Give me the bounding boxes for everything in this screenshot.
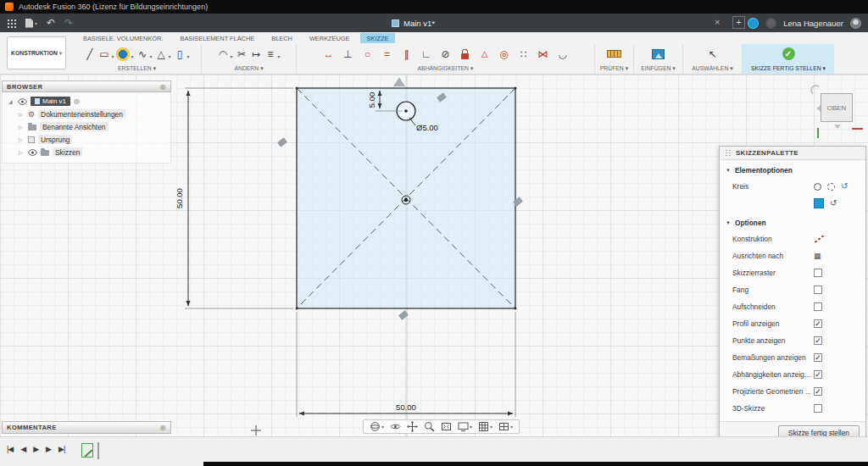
document-tab[interactable]: Main v1* <box>383 14 443 32</box>
construction-line-icon[interactable] <box>815 235 824 243</box>
chevron-down-icon[interactable]: ▾ <box>169 53 171 59</box>
eye-icon[interactable] <box>18 98 27 105</box>
look-at-icon[interactable]: ▦ <box>814 252 821 260</box>
close-tab-button[interactable]: × <box>715 17 720 28</box>
extend-tool[interactable]: ↦ <box>250 47 263 62</box>
einfuegen-menu[interactable]: EINFÜGEN ▾ <box>638 64 678 73</box>
chevron-down-icon[interactable]: ▾ <box>230 53 232 59</box>
midpoint-constraint[interactable]: △ <box>478 47 491 62</box>
chevron-down-icon[interactable]: ▾ <box>278 53 281 59</box>
notifications-icon[interactable] <box>765 18 776 29</box>
file-menu[interactable]: ▾ <box>25 19 37 28</box>
polygon-tool[interactable]: △ <box>155 47 168 62</box>
spline-tool[interactable]: ∿ <box>136 47 148 62</box>
chevron-down-icon[interactable]: ▾ <box>490 424 492 430</box>
fillet-tool[interactable]: ◠ <box>216 47 229 62</box>
pan-tool[interactable] <box>407 421 418 432</box>
user-name[interactable]: Lena Hagenauer <box>783 19 843 28</box>
perpendicular-constraint[interactable]: ∟ <box>420 47 432 62</box>
coincident-constraint[interactable]: ○ <box>361 47 374 62</box>
chevron-down-icon[interactable]: ▾ <box>149 53 152 59</box>
play-button[interactable]: ▶ <box>33 445 38 453</box>
viewports[interactable]: ▾ <box>498 421 513 432</box>
fang-checkbox[interactable] <box>814 286 822 294</box>
insert-image-tool[interactable] <box>652 47 665 62</box>
collinear-constraint[interactable]: ∷ <box>517 47 530 62</box>
avatar[interactable] <box>850 18 861 29</box>
dim-diameter[interactable]: Ø5.00 <box>416 123 438 132</box>
dim-offset[interactable]: 5.00 <box>367 92 376 108</box>
look-at-tool[interactable] <box>390 421 401 432</box>
measure-tool[interactable] <box>607 47 621 62</box>
chevron-down-icon[interactable]: ▾ <box>187 53 190 59</box>
section-optionen[interactable]: ▼ Optionen <box>720 215 865 230</box>
tangent-constraint[interactable]: ⊘ <box>439 47 452 62</box>
palette-header[interactable]: SKIZZENPALETTE <box>720 147 865 160</box>
finish-sketch-tool[interactable]: ✓ <box>782 47 795 62</box>
bemassungen-anzeigen-checkbox[interactable]: ✓ <box>814 353 822 362</box>
comments-panel[interactable]: KOMMENTARE ◎ <box>2 421 171 434</box>
color-swatch[interactable] <box>814 198 824 208</box>
expander-closed-icon[interactable]: ▷ <box>19 136 25 142</box>
circle-center-mode-icon[interactable] <box>814 183 821 191</box>
collapse-icon[interactable]: ▼ <box>726 220 731 225</box>
projizierte-geometrien-checkbox[interactable]: ✓ <box>814 387 822 396</box>
offset-tool[interactable]: ≡ <box>264 47 277 62</box>
chevron-down-icon[interactable]: ▾ <box>470 424 472 430</box>
redo-button[interactable]: ↷ <box>64 14 73 32</box>
comments-icon[interactable]: ◎ <box>160 424 166 431</box>
tab-blech[interactable]: BLECH <box>264 33 299 43</box>
visibility-box-icon[interactable] <box>28 136 35 143</box>
view-cube[interactable]: OBEN <box>812 86 861 136</box>
viewcube-arrow-down-icon[interactable] <box>834 125 841 132</box>
dim-height[interactable]: 50.00 <box>175 188 184 208</box>
concentric-constraint[interactable]: ◎ <box>498 47 510 62</box>
finish-sketch-menu[interactable]: SKIZZE FERTIG STELLEN ▾ <box>751 64 826 73</box>
abhaengigkeiten-anzeigen-checkbox[interactable]: ✓ <box>814 370 822 379</box>
timeline-sketch-feature[interactable] <box>81 443 93 458</box>
chevron-down-icon[interactable]: ▾ <box>381 424 384 430</box>
tab-werkzeuge[interactable]: WERKZEUGE <box>303 33 357 43</box>
undo-button[interactable]: ↶ <box>47 14 55 32</box>
expander-closed-icon[interactable]: ▷ <box>19 149 25 155</box>
rectangle-tool[interactable]: ▭ <box>97 47 110 62</box>
grid-and-snaps[interactable]: ▾ <box>478 421 492 432</box>
timeline-scrubber[interactable] <box>97 442 99 459</box>
chevron-down-icon[interactable]: ▾ <box>510 424 513 430</box>
tab-basiselement-volumenkoerper[interactable]: BASISELE. VOLUMENKÖR. <box>76 33 170 43</box>
activate-component-icon[interactable]: ◎ <box>74 97 80 105</box>
new-tab-button[interactable]: + <box>732 16 745 29</box>
equal-constraint[interactable]: = <box>381 47 393 62</box>
auswaehlen-menu[interactable]: AUSWÄHLEN ▾ <box>687 64 737 73</box>
skip-start-button[interactable]: |◀ <box>7 445 13 453</box>
viewport-canvas[interactable]: 50.00 50.00 5.00 Ø5.00 BROWSER <box>0 75 868 436</box>
step-forward-button[interactable]: ▶ <box>46 445 51 453</box>
abhaengigkeiten-menu[interactable]: ABHÄNGIGKEITEN ▾ <box>301 64 590 73</box>
drag-handle-icon[interactable] <box>725 149 732 157</box>
tab-basiselement-flaeche[interactable]: BASISELEMENT FLÄCHE <box>173 33 261 43</box>
tree-item-ursprung[interactable]: ▷ Ursprung <box>3 133 170 146</box>
viewcube-face-oben[interactable]: OBEN <box>821 93 853 122</box>
dim-width[interactable]: 50.00 <box>396 402 416 412</box>
dimension-tool[interactable]: ↔ <box>322 47 335 62</box>
erstellen-menu[interactable]: ERSTELLEN ▾ <box>77 64 197 73</box>
viewcube-arrow-left-icon[interactable] <box>813 105 821 112</box>
slot-tool[interactable]: ▯ <box>174 47 186 62</box>
profil-anzeigen-checkbox[interactable]: ✓ <box>814 319 822 328</box>
tree-item-dokumenteneinstellungen[interactable]: ▷ ⚙ Dokumenteneinstellungen <box>3 108 170 120</box>
circle-center-point[interactable] <box>404 109 408 113</box>
trim-tool[interactable]: ✂ <box>236 47 248 62</box>
parallel-constraint[interactable]: ∥ <box>400 47 413 62</box>
circle-3point-mode-icon[interactable]: ↺ <box>841 182 848 191</box>
chevron-down-icon[interactable]: ▾ <box>131 53 133 59</box>
orbit-tool[interactable]: ▾ <box>370 421 384 432</box>
circle-2point-mode-icon[interactable] <box>827 183 835 191</box>
chevron-down-icon[interactable]: ▾ <box>111 53 114 59</box>
reset-icon[interactable]: ↺ <box>830 199 837 208</box>
skip-end-button[interactable]: ▶| <box>58 445 64 453</box>
browser-header[interactable]: BROWSER ◎ <box>2 80 171 92</box>
tree-item-benannte-ansichten[interactable]: ▷ Benannte Ansichten <box>3 120 170 133</box>
fit-tool[interactable] <box>441 421 452 432</box>
section-elementoptionen[interactable]: ▼ Elementoptionen <box>720 163 865 178</box>
aendern-menu[interactable]: ÄNDERN ▾ <box>206 64 292 73</box>
